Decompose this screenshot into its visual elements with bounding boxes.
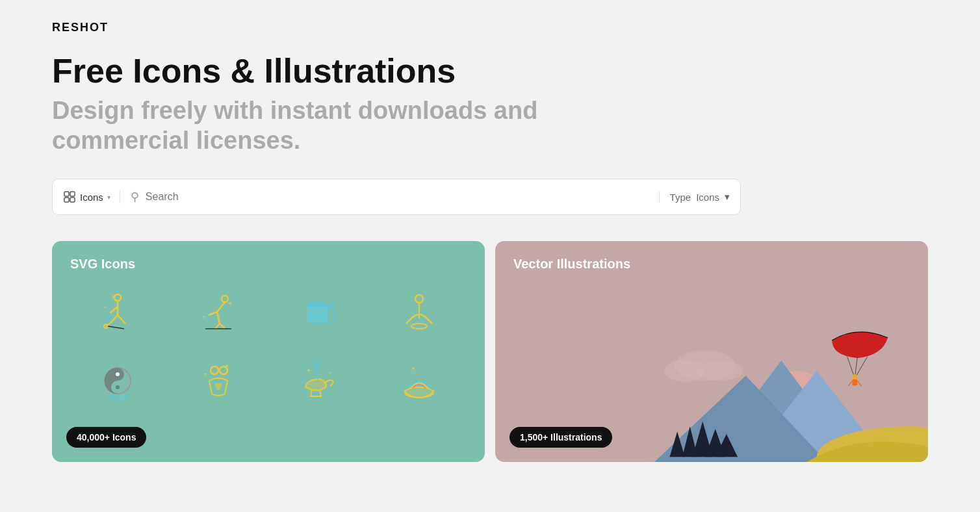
svg-line-12 (108, 326, 124, 329)
svg-point-50 (405, 387, 433, 398)
svg-point-15 (222, 296, 228, 302)
hero-title: Free Icons & Illustrations (52, 53, 928, 90)
svg-text:✦: ✦ (427, 369, 430, 373)
svg-line-8 (110, 315, 118, 324)
svg-icons-title: SVG Icons (70, 257, 467, 272)
svg-point-40 (114, 396, 122, 401)
svg-point-70 (852, 374, 857, 379)
svg-line-6 (110, 307, 118, 313)
icon-cell-yoga: ✦ ✦ (70, 279, 166, 344)
svg-text:✦: ✦ (411, 366, 416, 372)
svg-text:✦: ✦ (202, 315, 205, 319)
svg-point-39 (116, 385, 120, 389)
svg-line-20 (220, 324, 225, 329)
svg-text:✦: ✦ (426, 299, 429, 303)
illustration-artwork (604, 241, 929, 462)
type-filter-chevron-icon: ▾ (725, 191, 730, 203)
svg-point-38 (116, 372, 120, 376)
svg-line-32 (427, 318, 432, 324)
search-input[interactable] (146, 191, 659, 203)
icon-cell-stretching: ✦ ✦ (171, 279, 266, 344)
svg-text:✦: ✦ (103, 305, 107, 309)
svg-text:✦: ✦ (111, 294, 116, 300)
svg-line-10 (118, 315, 125, 324)
svg-point-41 (108, 395, 114, 400)
svg-point-43 (211, 366, 218, 374)
svg-rect-27 (326, 309, 334, 323)
icon-cell-yinyang (70, 350, 166, 415)
svg-line-31 (406, 318, 411, 324)
icon-cell-bowl: ✦ ✦ (372, 350, 467, 415)
type-filter-value: Icons (696, 192, 719, 203)
svg-text:✦: ✦ (307, 296, 311, 301)
svg-text:✦: ✦ (225, 363, 229, 369)
search-input-area: ⚲ (120, 190, 659, 204)
type-filter-label: Type (670, 192, 691, 203)
svg-rect-0 (64, 192, 69, 196)
hero-subtitle: Design freely with instant downloads and… (52, 96, 928, 155)
svg-line-16 (217, 302, 225, 312)
svg-icons-card[interactable]: SVG Icons ✦ ✦ (52, 241, 485, 462)
icon-cell-family: ✦ ✦ (171, 350, 266, 415)
svg-text:✦: ✦ (204, 372, 207, 376)
icons-badge: 40,000+ Icons (66, 427, 146, 448)
svg-point-34 (411, 324, 427, 329)
svg-rect-1 (70, 192, 75, 196)
svg-rect-2 (64, 198, 69, 202)
svg-point-42 (121, 395, 127, 400)
vector-illustrations-card[interactable]: Vector Illustrations (495, 241, 928, 462)
icons-type-icon (63, 190, 76, 203)
svg-text:✦: ✦ (409, 301, 414, 307)
search-type-dropdown[interactable]: Icons ▾ (63, 190, 120, 203)
search-icon: ⚲ (131, 190, 139, 204)
svg-line-18 (217, 312, 220, 324)
svg-text:✦: ✦ (228, 301, 233, 307)
cards-row: SVG Icons ✦ ✦ (52, 241, 928, 462)
icon-cell-cleaning: ✦ ✦ (271, 279, 367, 344)
search-type-chevron-icon: ▾ (107, 194, 110, 201)
search-bar: Icons ▾ ⚲ Type Icons ▾ (52, 179, 741, 215)
type-filter[interactable]: Type Icons ▾ (659, 191, 730, 203)
search-type-label: Icons (80, 192, 103, 203)
svg-rect-71 (852, 379, 857, 385)
svg-line-19 (215, 324, 220, 329)
svg-point-26 (308, 302, 326, 309)
svg-point-57 (697, 361, 743, 381)
icons-grid: ✦ ✦ ✦ ✦ (70, 279, 467, 415)
logo: RESHOT (52, 21, 928, 34)
svg-text:✦: ✦ (328, 296, 333, 301)
svg-line-17 (209, 312, 217, 315)
svg-rect-3 (70, 198, 75, 202)
svg-text:✦: ✦ (328, 371, 331, 375)
svg-point-30 (415, 295, 423, 303)
icon-cell-meditation: ✦ ✦ (372, 279, 467, 344)
illustrations-badge: 1,500+ Illustrations (509, 427, 612, 448)
svg-line-7 (106, 313, 110, 322)
svg-text:✦: ✦ (307, 368, 311, 374)
icon-cell-lamp: ✦ ✦ (271, 350, 367, 415)
